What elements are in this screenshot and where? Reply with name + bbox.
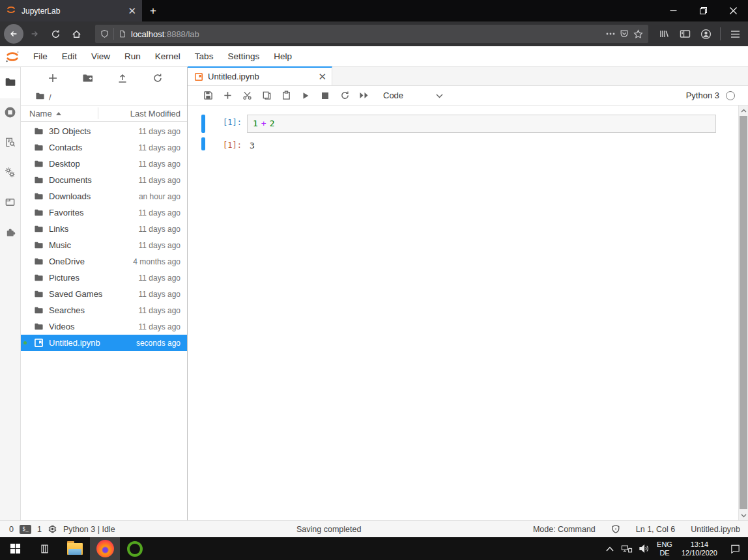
file-row[interactable]: Videos11 days ago xyxy=(21,318,187,335)
menu-edit[interactable]: Edit xyxy=(55,46,84,66)
file-row[interactable]: Downloadsan hour ago xyxy=(21,188,187,204)
file-row[interactable]: 3D Objects11 days ago xyxy=(21,123,187,139)
url-host: localhost xyxy=(131,29,164,39)
file-row[interactable]: Untitled.ipynbseconds ago xyxy=(21,335,187,351)
file-row[interactable]: OneDrive4 months ago xyxy=(21,253,187,270)
volume-icon[interactable] xyxy=(635,537,652,560)
run-cell-button[interactable] xyxy=(296,88,315,104)
back-button[interactable] xyxy=(4,24,23,44)
action-center-icon[interactable] xyxy=(722,537,748,560)
sidebar-tab-running[interactable] xyxy=(0,98,20,128)
account-icon[interactable] xyxy=(697,25,715,43)
copy-cells-button[interactable] xyxy=(257,88,276,104)
file-row[interactable]: Pictures11 days ago xyxy=(21,270,187,286)
file-row[interactable]: Searches11 days ago xyxy=(21,302,187,318)
cursor-position[interactable]: Ln 1, Col 6 xyxy=(636,525,675,534)
refresh-button[interactable] xyxy=(149,70,166,87)
new-launcher-button[interactable] xyxy=(44,70,61,87)
url-text[interactable]: localhost:8888/lab xyxy=(131,29,601,39)
file-row[interactable]: Favorites11 days ago xyxy=(21,204,187,221)
code-cell[interactable]: [1]: 1+2 xyxy=(201,115,716,133)
file-row[interactable]: Music11 days ago xyxy=(21,237,187,253)
code-editor[interactable]: 1+2 xyxy=(247,115,716,133)
kernel-name[interactable]: Python 3 xyxy=(686,91,719,100)
address-bar[interactable]: localhost:8888/lab xyxy=(95,25,648,43)
menu-run[interactable]: Run xyxy=(117,46,148,66)
restart-kernel-button[interactable] xyxy=(335,88,354,104)
cut-cells-button[interactable] xyxy=(237,88,257,104)
new-tab-button[interactable]: + xyxy=(142,0,164,21)
cell-output[interactable]: [1]: 3 xyxy=(201,137,716,150)
add-cell-button[interactable] xyxy=(218,88,237,104)
bookmark-star-icon[interactable] xyxy=(633,29,643,39)
file-row[interactable]: Links11 days ago xyxy=(21,221,187,237)
kernels-count[interactable]: 1 xyxy=(37,525,42,534)
run-all-button[interactable] xyxy=(354,88,374,104)
breadcrumb[interactable]: / xyxy=(21,89,187,105)
command-mode-indicator[interactable]: Mode: Command xyxy=(533,525,596,534)
browser-tab[interactable]: JupyterLab ✕ xyxy=(0,0,142,21)
notebook-tab[interactable]: Untitled.ipynb ✕ xyxy=(188,66,332,85)
menu-file[interactable]: File xyxy=(26,46,55,66)
cell-type-value: Code xyxy=(383,91,403,100)
library-icon[interactable] xyxy=(655,25,673,43)
green-ring-app-button[interactable] xyxy=(120,537,150,560)
column-last-modified[interactable]: Last Modified xyxy=(130,109,187,119)
window-minimize-button[interactable] xyxy=(658,0,688,21)
breadcrumb-root[interactable]: / xyxy=(49,92,51,102)
scroll-up-icon[interactable] xyxy=(739,105,748,115)
folder-icon xyxy=(33,143,44,153)
sidebar-tab-inspector[interactable] xyxy=(0,158,20,188)
notebook-tab-close-icon[interactable]: ✕ xyxy=(318,72,326,81)
file-row[interactable]: Desktop11 days ago xyxy=(21,156,187,172)
terminals-count[interactable]: 0 xyxy=(9,525,14,534)
menu-kernel[interactable]: Kernel xyxy=(148,46,188,66)
page-actions-icon[interactable] xyxy=(606,33,615,35)
column-name[interactable]: Name xyxy=(21,109,61,119)
sidebar-tab-open-tabs[interactable] xyxy=(0,188,20,218)
menu-tabs[interactable]: Tabs xyxy=(188,46,221,66)
pocket-icon[interactable] xyxy=(620,29,629,38)
menu-help[interactable]: Help xyxy=(266,46,299,66)
paste-cells-button[interactable] xyxy=(276,88,296,104)
menu-settings[interactable]: Settings xyxy=(220,46,266,66)
sidebar-tab-commands[interactable] xyxy=(0,128,20,158)
sidebar-tab-filebrowser[interactable] xyxy=(0,68,20,98)
start-button[interactable] xyxy=(0,537,30,560)
file-row[interactable]: Documents11 days ago xyxy=(21,172,187,188)
save-button[interactable] xyxy=(198,88,218,104)
scrollbar-thumb[interactable] xyxy=(740,116,747,509)
kernel-status-icon[interactable] xyxy=(726,91,735,100)
windows-taskbar: ENG DE 13:14 12/10/2020 xyxy=(0,537,748,560)
reload-button[interactable] xyxy=(46,24,65,44)
interrupt-kernel-button[interactable] xyxy=(315,88,335,104)
notebook-scrollbar[interactable] xyxy=(738,105,748,520)
sidebar-tab-extensions[interactable] xyxy=(0,218,20,248)
window-close-button[interactable] xyxy=(718,0,748,21)
tab-close-icon[interactable]: ✕ xyxy=(128,6,136,16)
task-view-button[interactable] xyxy=(30,537,60,560)
new-folder-button[interactable] xyxy=(79,70,96,87)
file-explorer-button[interactable] xyxy=(60,537,90,560)
running-indicator xyxy=(23,341,27,344)
network-icon[interactable] xyxy=(618,537,635,560)
language-indicator[interactable]: ENG DE xyxy=(652,540,677,557)
page-icon[interactable] xyxy=(119,29,126,38)
menu-view[interactable]: View xyxy=(84,46,117,66)
file-row[interactable]: Saved Games11 days ago xyxy=(21,286,187,302)
scroll-down-icon[interactable] xyxy=(739,511,748,520)
clock[interactable]: 13:14 12/10/2020 xyxy=(677,540,722,557)
kernel-status-text[interactable]: Python 3 | Idle xyxy=(63,525,115,534)
tracking-shield-icon[interactable] xyxy=(100,29,109,38)
tray-expand-icon[interactable] xyxy=(601,537,618,560)
folder-icon xyxy=(33,175,44,186)
home-button[interactable] xyxy=(66,24,86,44)
file-row[interactable]: Contacts11 days ago xyxy=(21,139,187,156)
sidebars-icon[interactable] xyxy=(676,25,694,43)
forward-button[interactable] xyxy=(25,24,44,44)
upload-button[interactable] xyxy=(114,70,131,87)
menu-hamburger-icon[interactable] xyxy=(726,25,744,43)
cell-type-dropdown[interactable]: Code xyxy=(383,91,443,100)
firefox-taskbar-button[interactable] xyxy=(90,537,120,560)
window-restore-button[interactable] xyxy=(688,0,718,21)
